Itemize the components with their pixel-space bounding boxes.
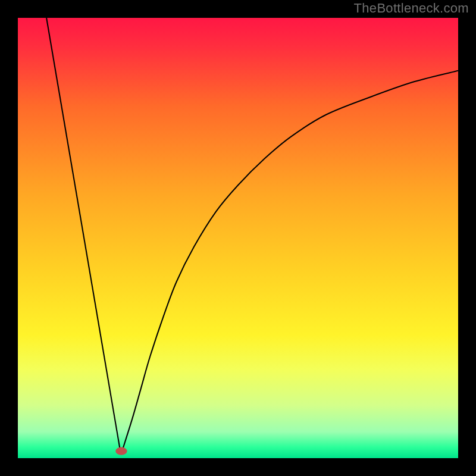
minimum-marker: [115, 447, 127, 455]
watermark-text: TheBottleneck.com: [354, 1, 469, 16]
chart-plot-area: [18, 18, 458, 458]
chart-frame: TheBottleneck.com: [0, 0, 476, 476]
chart-svg: [18, 18, 458, 458]
chart-marker-group: [115, 447, 127, 455]
